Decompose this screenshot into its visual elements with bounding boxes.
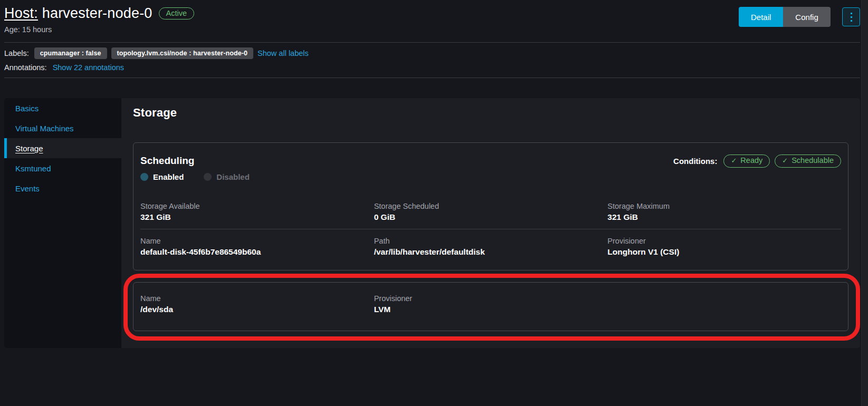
scheduling-card-header: Scheduling Conditions: ✓Ready ✓Schedulab… — [140, 154, 841, 168]
tab-storage[interactable]: Storage — [4, 138, 121, 158]
conditions-group: Conditions: ✓Ready ✓Schedulable — [673, 154, 841, 168]
tab-sidebar: Basics Virtual Machines Storage Ksmtuned… — [4, 98, 121, 348]
kebab-dot-icon — [851, 16, 852, 18]
tab-basics[interactable]: Basics — [4, 98, 121, 118]
annotations-row: Annotations: Show 22 annotations — [4, 63, 124, 72]
show-all-labels-link[interactable]: Show all labels — [257, 49, 309, 57]
scheduling-card: Scheduling Conditions: ✓Ready ✓Schedulab… — [133, 142, 848, 270]
stat-storage-available: Storage Available 321 GiB — [140, 202, 374, 222]
condition-badge-schedulable: ✓Schedulable — [775, 154, 841, 168]
kebab-dot-icon — [851, 20, 852, 22]
radio-enabled[interactable]: Enabled — [140, 172, 184, 181]
empty-cell — [607, 294, 841, 314]
tab-virtual-machines[interactable]: Virtual Machines — [4, 118, 121, 138]
actions-menu-button[interactable] — [842, 7, 860, 26]
condition-badge-ready: ✓Ready — [723, 154, 770, 168]
host-age: Age: 15 hours — [4, 25, 52, 34]
host-name: harvester-node-0 — [42, 5, 152, 21]
scheduling-title: Scheduling — [140, 155, 194, 167]
storage-stats-row: Storage Available 321 GiB Storage Schedu… — [140, 202, 841, 222]
tab-events[interactable]: Events — [4, 178, 121, 198]
kebab-dot-icon — [851, 13, 852, 14]
labels-row: Labels: cpumanager : false topology.lvm.… — [4, 47, 309, 59]
status-badge: Active — [159, 7, 195, 20]
header-divider — [4, 42, 860, 43]
disk-provisioner-field: Provisioner Longhorn V1 (CSI) — [607, 237, 841, 257]
host-breadcrumb-link[interactable]: Host: — [4, 5, 38, 21]
annotations-title: Annotations: — [4, 63, 47, 72]
storage-section-title: Storage — [133, 106, 177, 120]
label-chip: topology.lvm.csi/node : harvester-node-0 — [111, 47, 254, 59]
config-button[interactable]: Config — [783, 7, 830, 27]
radio-selected-icon — [140, 173, 148, 181]
detail-button[interactable]: Detail — [739, 7, 783, 27]
section-divider — [4, 78, 860, 78]
stat-storage-maximum: Storage Maximum 321 GiB — [607, 202, 841, 222]
disk-provisioner-field: Provisioner LVM — [374, 294, 608, 314]
lvm-disk-row: Name /dev/sda Provisioner LVM — [140, 294, 841, 314]
view-toggle-group: Detail Config — [739, 7, 831, 27]
page-header: Host: harvester-node-0 Active — [4, 5, 194, 22]
radio-disabled[interactable]: Disabled — [204, 172, 250, 181]
show-annotations-link[interactable]: Show 22 annotations — [53, 63, 124, 72]
disk-name-field: Name /dev/sda — [140, 294, 374, 314]
scheduling-radio-group: Enabled Disabled — [140, 172, 250, 181]
check-icon: ✓ — [731, 157, 737, 165]
default-disk-row: Name default-disk-45f6b7e86549b60a Path … — [140, 237, 841, 257]
disk-path-field: Path /var/lib/harvester/defaultdisk — [374, 237, 608, 257]
lvm-disk-card: Name /dev/sda Provisioner LVM — [133, 282, 848, 331]
stat-storage-scheduled: Storage Scheduled 0 GiB — [374, 202, 608, 222]
conditions-label: Conditions: — [673, 157, 717, 166]
card-divider — [140, 229, 841, 229]
disk-name-field: Name default-disk-45f6b7e86549b60a — [140, 237, 374, 257]
tab-ksmtuned[interactable]: Ksmtuned — [4, 158, 121, 178]
page-title: Host: harvester-node-0 — [4, 5, 152, 22]
tab-content: Storage Scheduling Conditions: ✓Ready ✓S… — [121, 98, 860, 348]
label-chip: cpumanager : false — [34, 47, 107, 59]
check-icon: ✓ — [782, 157, 788, 165]
radio-unselected-icon — [204, 173, 212, 181]
detail-tab-container: Basics Virtual Machines Storage Ksmtuned… — [4, 98, 860, 348]
labels-title: Labels: — [4, 49, 29, 57]
page-scrollbar[interactable] — [861, 0, 868, 406]
